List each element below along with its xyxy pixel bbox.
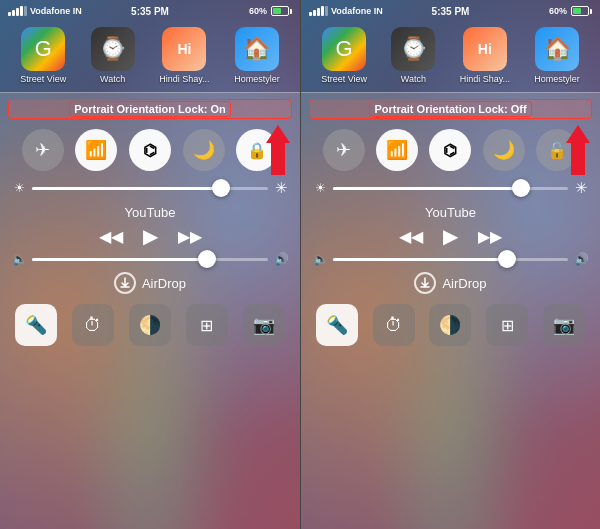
volume-track-right[interactable] bbox=[333, 258, 568, 261]
now-playing-title-right: YouTube bbox=[425, 205, 476, 220]
play-button-left[interactable]: ▶ bbox=[143, 224, 158, 248]
status-left-left: Vodafone IN bbox=[8, 6, 82, 16]
volume-thumb-left[interactable] bbox=[198, 250, 216, 268]
battery-tip-left bbox=[290, 9, 292, 14]
flashlight-button-right[interactable]: 🔦 bbox=[316, 304, 358, 346]
volume-track-left[interactable] bbox=[32, 258, 268, 261]
carrier-left: Vodafone IN bbox=[30, 6, 82, 16]
flashlight-button-left[interactable]: 🔦 bbox=[15, 304, 57, 346]
app-label-hindi-left: Hindi Shay... bbox=[159, 74, 209, 84]
signal-bars-left bbox=[8, 6, 27, 16]
moon-toggle-left[interactable]: 🌙 bbox=[183, 129, 225, 171]
battery-icon-left bbox=[271, 6, 292, 16]
signal-bar-r4 bbox=[321, 6, 324, 16]
airdrop-label-left: AirDrop bbox=[142, 276, 186, 291]
signal-bar-r3 bbox=[317, 8, 320, 16]
app-label-homestyler-left: Homestyler bbox=[234, 74, 280, 84]
moon-icon-left: 🌙 bbox=[193, 139, 215, 161]
volume-high-icon-right: 🔊 bbox=[574, 252, 588, 266]
app-street-view-right[interactable]: G Street View bbox=[321, 27, 367, 84]
nightmode-button-left[interactable]: 🌗 bbox=[129, 304, 171, 346]
flashlight-icon-right: 🔦 bbox=[326, 314, 348, 336]
time-right: 5:35 PM bbox=[432, 6, 470, 17]
app-icon-street-view-right: G bbox=[322, 27, 366, 71]
red-arrow-left bbox=[266, 125, 290, 175]
app-watch-left[interactable]: ⌚ Watch bbox=[91, 27, 135, 84]
app-homestyler-right[interactable]: 🏠 Homestyler bbox=[534, 27, 580, 84]
signal-bar-2 bbox=[12, 10, 15, 16]
brightness-thumb-right[interactable] bbox=[512, 179, 530, 197]
brightness-low-icon-left: ☀ bbox=[12, 181, 26, 195]
signal-bars-right bbox=[309, 6, 328, 16]
rewind-button-right[interactable]: ◀◀ bbox=[399, 227, 423, 246]
brightness-row-left: ☀ ✳ bbox=[0, 177, 300, 199]
battery-tip-right bbox=[590, 9, 592, 14]
app-icon-homestyler-right: 🏠 bbox=[535, 27, 579, 71]
brightness-track-right[interactable] bbox=[333, 187, 568, 190]
app-watch-right[interactable]: ⌚ Watch bbox=[391, 27, 435, 84]
play-button-right[interactable]: ▶ bbox=[443, 224, 458, 248]
carrier-right: Vodafone IN bbox=[331, 6, 383, 16]
brightness-thumb-left[interactable] bbox=[212, 179, 230, 197]
camera-button-right[interactable]: 📷 bbox=[543, 304, 585, 346]
wifi-icon-right: 📶 bbox=[386, 139, 408, 161]
nightmode-button-right[interactable]: 🌗 bbox=[429, 304, 471, 346]
wifi-toggle-right[interactable]: 📶 bbox=[376, 129, 418, 171]
app-hindi-left[interactable]: Hi Hindi Shay... bbox=[159, 27, 209, 84]
moon-toggle-right[interactable]: 🌙 bbox=[483, 129, 525, 171]
moon-icon-right: 🌙 bbox=[493, 139, 515, 161]
volume-row-left: 🔈 🔊 bbox=[0, 250, 300, 268]
left-panel: Vodafone IN 5:35 PM 60% G Street View ⌚ … bbox=[0, 0, 300, 529]
battery-fill-right bbox=[573, 8, 581, 14]
signal-bar-3 bbox=[16, 8, 19, 16]
now-playing-left: YouTube ◀◀ ▶ ▶▶ bbox=[0, 199, 300, 250]
forward-button-right[interactable]: ▶▶ bbox=[478, 227, 502, 246]
battery-fill-left bbox=[273, 8, 281, 14]
calculator-button-left[interactable]: ⊞ bbox=[186, 304, 228, 346]
airplane-toggle-left[interactable]: ✈ bbox=[22, 129, 64, 171]
arrow-body-right bbox=[571, 143, 585, 175]
app-street-view-left[interactable]: G Street View bbox=[20, 27, 66, 84]
orientation-banner-right: Portrait Orientation Lock: Off bbox=[309, 99, 592, 119]
volume-high-icon-left: 🔊 bbox=[274, 252, 288, 266]
airplane-toggle-right[interactable]: ✈ bbox=[323, 129, 365, 171]
bottom-row-left: 🔦 ⏱ 🌗 ⊞ 📷 bbox=[0, 298, 300, 354]
flashlight-icon-left: 🔦 bbox=[25, 314, 47, 336]
red-arrow-right bbox=[566, 125, 590, 175]
timer-button-left[interactable]: ⏱ bbox=[72, 304, 114, 346]
camera-icon-left: 📷 bbox=[253, 314, 275, 336]
app-icon-street-view-left: G bbox=[21, 27, 65, 71]
app-label-street-view-right: Street View bbox=[321, 74, 367, 84]
app-homestyler-left[interactable]: 🏠 Homestyler bbox=[234, 27, 280, 84]
forward-button-left[interactable]: ▶▶ bbox=[178, 227, 202, 246]
airdrop-row-left: AirDrop bbox=[0, 268, 300, 298]
bluetooth-toggle-left[interactable]: ⌬ bbox=[129, 129, 171, 171]
airdrop-icon-right bbox=[414, 272, 436, 294]
brightness-fill-right bbox=[333, 187, 521, 190]
bluetooth-toggle-right[interactable]: ⌬ bbox=[429, 129, 471, 171]
battery-icon-right bbox=[571, 6, 592, 16]
status-right-left: 60% bbox=[249, 6, 292, 16]
brightness-track-left[interactable] bbox=[32, 187, 268, 190]
bluetooth-icon-right: ⌬ bbox=[443, 141, 457, 160]
calculator-button-right[interactable]: ⊞ bbox=[486, 304, 528, 346]
battery-body-left bbox=[271, 6, 289, 16]
volume-low-icon-right: 🔈 bbox=[313, 252, 327, 266]
toggle-row-left: ✈ 📶 ⌬ 🌙 🔒 bbox=[0, 123, 300, 177]
status-bar-right: Vodafone IN 5:35 PM 60% bbox=[301, 0, 600, 20]
timer-icon-left: ⏱ bbox=[84, 315, 102, 336]
camera-button-left[interactable]: 📷 bbox=[243, 304, 285, 346]
volume-thumb-right[interactable] bbox=[498, 250, 516, 268]
status-left-right: Vodafone IN bbox=[309, 6, 383, 16]
calculator-icon-right: ⊞ bbox=[501, 316, 514, 335]
rewind-button-left[interactable]: ◀◀ bbox=[99, 227, 123, 246]
wifi-toggle-left[interactable]: 📶 bbox=[75, 129, 117, 171]
brightness-low-icon-right: ☀ bbox=[313, 181, 327, 195]
app-hindi-right[interactable]: Hi Hindi Shay... bbox=[460, 27, 510, 84]
nightmode-icon-left: 🌗 bbox=[139, 314, 161, 336]
now-playing-title-left: YouTube bbox=[124, 205, 175, 220]
timer-button-right[interactable]: ⏱ bbox=[373, 304, 415, 346]
rotation-lock-icon-right: 🔓 bbox=[547, 141, 567, 160]
brightness-row-right: ☀ ✳ bbox=[301, 177, 600, 199]
rotation-lock-icon-left: 🔒 bbox=[247, 141, 267, 160]
